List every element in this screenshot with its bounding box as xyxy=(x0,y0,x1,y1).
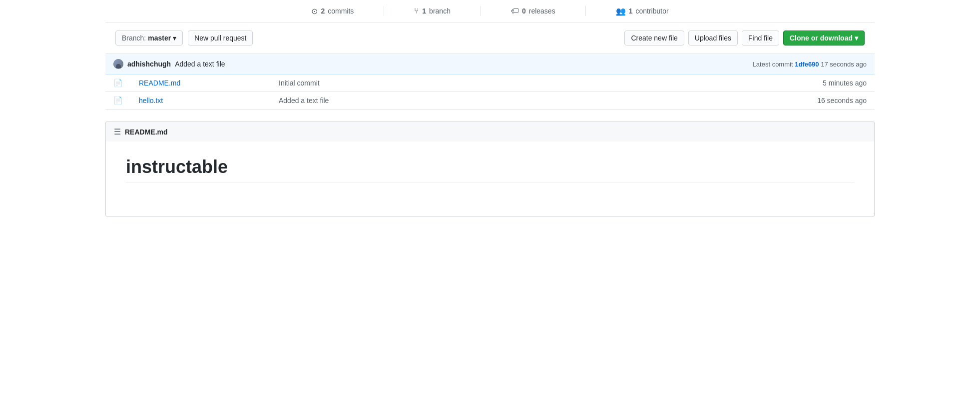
chevron-down-icon: ▾ xyxy=(173,34,176,42)
file-time: 5 minutes ago xyxy=(823,79,867,87)
readme-section: ☰ README.md instructable xyxy=(105,122,875,216)
file-commit-cell: Initial commit xyxy=(271,74,574,92)
branches-count: 1 xyxy=(422,7,426,15)
file-name-cell: README.md xyxy=(131,74,271,92)
releases-stat[interactable]: 🏷 0 releases xyxy=(481,6,585,16)
commit-message: Added a text file xyxy=(175,60,225,68)
commit-info-left: adhishchugh Added a text file xyxy=(113,59,225,69)
commits-count: 2 xyxy=(321,7,325,15)
avatar xyxy=(113,59,123,69)
branch-name-label: master xyxy=(148,34,171,42)
clone-or-download-button[interactable]: Clone or download ▾ xyxy=(783,30,865,46)
file-link[interactable]: README.md xyxy=(139,79,180,87)
file-commit-message: Added a text file xyxy=(279,96,329,104)
file-time-cell: 16 seconds ago xyxy=(574,92,875,110)
stats-bar: ⊙ 2 commits ⑂ 1 branch 🏷 0 releases 👥 1 … xyxy=(105,0,875,22)
toolbar-right: Create new file Upload files Find file C… xyxy=(624,30,865,46)
readme-heading: instructable xyxy=(126,156,854,183)
readme-body: instructable xyxy=(105,142,875,216)
file-icon: 📄 xyxy=(113,96,123,104)
branches-stat[interactable]: ⑂ 1 branch xyxy=(384,6,481,16)
avatar-image xyxy=(113,59,123,69)
file-icon-cell: 📄 xyxy=(105,92,131,110)
upload-files-button[interactable]: Upload files xyxy=(688,30,738,46)
contributors-count: 1 xyxy=(629,7,633,15)
commits-stat[interactable]: ⊙ 2 commits xyxy=(281,6,384,16)
file-time: 16 seconds ago xyxy=(817,96,867,104)
releases-icon: 🏷 xyxy=(511,6,519,16)
file-commit-cell: Added a text file xyxy=(271,92,574,110)
commit-time: 17 seconds ago xyxy=(821,60,867,68)
file-name-cell: hello.txt xyxy=(131,92,271,110)
contributors-icon: 👥 xyxy=(616,6,626,16)
file-link[interactable]: hello.txt xyxy=(139,96,163,104)
latest-commit-prefix: Latest commit xyxy=(753,60,793,68)
toolbar-left: Branch: master ▾ New pull request xyxy=(115,30,253,46)
branches-label: branch xyxy=(429,7,451,15)
commit-author-link[interactable]: adhishchugh xyxy=(127,60,171,68)
contributors-stat[interactable]: 👥 1 contributor xyxy=(586,6,699,16)
releases-label: releases xyxy=(529,7,555,15)
contributors-label: contributor xyxy=(635,7,668,15)
file-icon: 📄 xyxy=(113,78,123,87)
releases-count: 0 xyxy=(522,7,526,15)
branch-prefix-label: Branch: xyxy=(122,34,146,42)
file-icon-cell: 📄 xyxy=(105,74,131,92)
readme-icon: ☰ xyxy=(114,127,121,136)
new-pull-request-button[interactable]: New pull request xyxy=(188,30,253,46)
commit-sha-link[interactable]: 1dfe690 xyxy=(795,60,819,68)
table-row: 📄 hello.txt Added a text file 16 seconds… xyxy=(105,92,875,110)
file-commit-message: Initial commit xyxy=(279,79,320,87)
create-new-file-button[interactable]: Create new file xyxy=(624,30,684,46)
chevron-down-icon: ▾ xyxy=(855,34,858,42)
readme-header: ☰ README.md xyxy=(105,122,875,142)
commit-bar: adhishchugh Added a text file Latest com… xyxy=(105,54,875,74)
readme-filename: README.md xyxy=(125,128,168,136)
file-table: 📄 README.md Initial commit 5 minutes ago… xyxy=(105,74,875,110)
commits-icon: ⊙ xyxy=(311,6,318,16)
commits-label: commits xyxy=(328,7,354,15)
branch-selector[interactable]: Branch: master ▾ xyxy=(115,30,183,46)
file-time-cell: 5 minutes ago xyxy=(574,74,875,92)
clone-or-download-label: Clone or download xyxy=(790,34,853,42)
commit-info-right: Latest commit 1dfe690 17 seconds ago xyxy=(753,60,867,68)
branches-icon: ⑂ xyxy=(414,6,419,16)
find-file-button[interactable]: Find file xyxy=(742,30,779,46)
table-row: 📄 README.md Initial commit 5 minutes ago xyxy=(105,74,875,92)
toolbar: Branch: master ▾ New pull request Create… xyxy=(105,22,875,54)
